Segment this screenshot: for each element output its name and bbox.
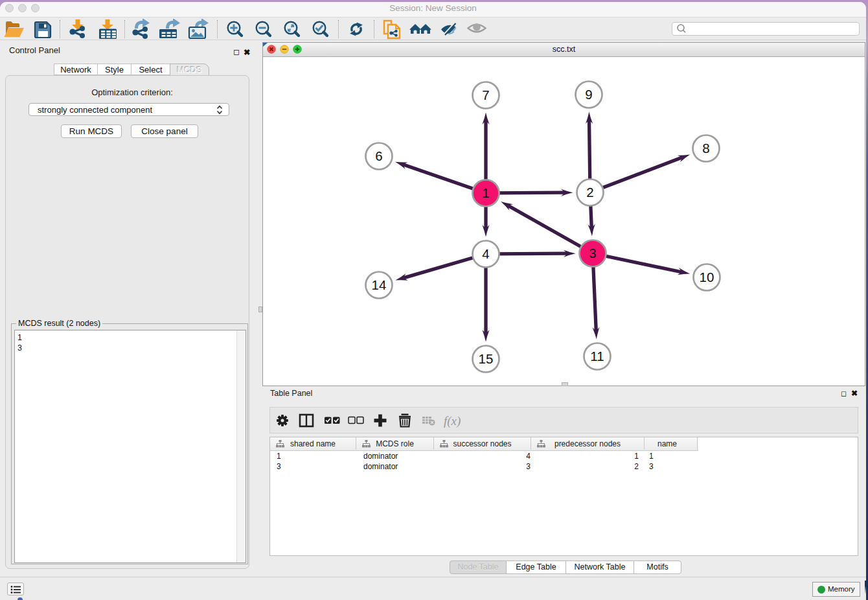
svg-text:1: 1 [482, 185, 489, 200]
svg-text:14: 14 [372, 277, 387, 292]
svg-text:9: 9 [585, 87, 592, 102]
svg-text:11: 11 [590, 349, 604, 363]
svg-text:4: 4 [482, 246, 489, 261]
svg-text:f(x): f(x) [444, 414, 461, 428]
svg-text:2: 2 [586, 185, 593, 200]
svg-text:15: 15 [479, 351, 494, 366]
svg-text:10: 10 [700, 270, 714, 284]
svg-text:3: 3 [589, 246, 596, 260]
svg-text:7: 7 [482, 87, 489, 102]
svg-text:6: 6 [375, 148, 382, 163]
svg-text:8: 8 [702, 141, 709, 156]
